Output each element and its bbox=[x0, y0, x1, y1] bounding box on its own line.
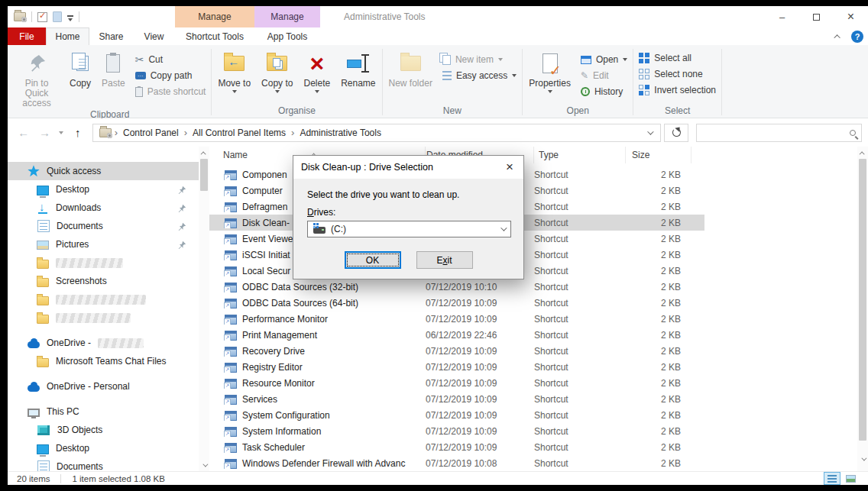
sidebar-item-microsoft-teams-chat-files[interactable]: Microsoft Teams Chat Files bbox=[8, 352, 199, 370]
tab-view[interactable]: View bbox=[133, 27, 175, 45]
details-view-button[interactable] bbox=[824, 472, 840, 485]
breadcrumb-control-panel[interactable]: Control Panel bbox=[118, 128, 184, 138]
search-input[interactable] bbox=[702, 128, 850, 138]
tab-share[interactable]: Share bbox=[89, 27, 133, 45]
sidebar-item-folder-redacted-3[interactable] bbox=[8, 308, 199, 327]
file-row[interactable]: ODBC Data Sources (64-bit)07/12/2019 10:… bbox=[209, 295, 704, 311]
back-icon[interactable]: ← bbox=[14, 126, 34, 139]
rename-button[interactable]: Rename bbox=[335, 47, 381, 89]
exit-button[interactable]: Exit bbox=[416, 251, 473, 269]
up-icon[interactable]: ↑ bbox=[68, 126, 88, 139]
file-row[interactable]: Performance Monitor07/12/2019 10:09Short… bbox=[209, 311, 704, 327]
shortcut-icon bbox=[225, 299, 237, 308]
customize-qat-button[interactable] bbox=[67, 13, 73, 21]
file-size: 2 KB bbox=[626, 378, 691, 389]
file-row[interactable]: Registry Editor07/12/2019 10:09Shortcut2… bbox=[209, 359, 704, 375]
file-row[interactable]: Recovery Drive07/12/2019 10:09Shortcut2 … bbox=[209, 343, 704, 359]
sidebar-item-downloads[interactable]: Downloads bbox=[8, 199, 199, 217]
search-box[interactable] bbox=[696, 124, 862, 142]
sidebar-item-desktop-quick[interactable]: Desktop bbox=[8, 180, 199, 199]
file-row[interactable]: ODBC Data Sources (32-bit)07/12/2019 10:… bbox=[209, 279, 704, 295]
delete-button[interactable]: × Delete bbox=[298, 47, 335, 93]
tab-shortcut-tools[interactable]: Shortcut Tools bbox=[175, 27, 254, 45]
sidebar-item-documents-quick[interactable]: Documents bbox=[8, 217, 199, 235]
sidebar-item-label: Documents bbox=[57, 221, 103, 231]
sidebar-scrollbar[interactable] bbox=[199, 147, 209, 471]
column-header-type[interactable]: Type bbox=[534, 147, 626, 163]
folder-icon bbox=[37, 358, 49, 367]
collapse-ribbon-icon[interactable] bbox=[834, 34, 840, 40]
file-row[interactable]: Windows Defender Firewall with Advanc07/… bbox=[209, 455, 704, 471]
copy-icon bbox=[76, 56, 89, 71]
manage-shortcut-tools-header: Manage bbox=[175, 6, 254, 27]
sidebar-item-onedrive-personal[interactable]: OneDrive - Personal bbox=[8, 377, 199, 396]
open-button[interactable]: Open bbox=[581, 53, 627, 66]
column-header-size[interactable]: Size bbox=[626, 147, 691, 163]
sidebar-item-3d-objects[interactable]: 3D Objects bbox=[8, 421, 199, 439]
minimize-button[interactable]: – bbox=[765, 6, 799, 27]
forward-icon[interactable]: → bbox=[35, 126, 55, 139]
file-date-modified: 06/12/2019 22:46 bbox=[426, 330, 534, 341]
scroll-down-icon[interactable] bbox=[199, 459, 209, 471]
scrollbar-thumb[interactable] bbox=[859, 159, 866, 441]
pin-to-quick-access-button[interactable]: Pin to Quick access bbox=[9, 47, 64, 108]
sidebar-item-documents-pc[interactable]: Documents bbox=[8, 457, 199, 471]
scrollbar-thumb[interactable] bbox=[200, 159, 208, 191]
sidebar-item-this-pc[interactable]: This PC bbox=[8, 402, 199, 421]
shortcut-icon bbox=[225, 379, 237, 389]
download-icon bbox=[37, 202, 49, 214]
file-row[interactable]: Resource Monitor07/12/2019 10:09Shortcut… bbox=[209, 375, 704, 391]
large-icons-view-button[interactable] bbox=[842, 472, 859, 485]
address-box[interactable]: › Control Panel › All Control Panel Item… bbox=[92, 124, 662, 142]
properties-button[interactable]: ✓ Properties bbox=[523, 47, 576, 93]
file-row[interactable]: Print Management06/12/2019 22:46Shortcut… bbox=[209, 327, 704, 343]
easy-access-button[interactable]: Easy access bbox=[442, 69, 517, 82]
manage-label: Manage bbox=[198, 11, 231, 22]
history-button[interactable]: History bbox=[581, 85, 627, 99]
combo-chevron-down-icon[interactable] bbox=[500, 225, 507, 231]
sidebar-item-desktop-pc[interactable]: Desktop bbox=[8, 439, 199, 457]
file-row[interactable]: Task Scheduler07/12/2019 10:09Shortcut2 … bbox=[209, 439, 704, 455]
refresh-button[interactable] bbox=[664, 124, 688, 142]
select-none-button[interactable]: Select none bbox=[639, 67, 716, 81]
address-dropdown-icon[interactable] bbox=[640, 131, 659, 135]
copy-button[interactable]: Copy bbox=[64, 47, 96, 89]
sidebar-item-screenshots[interactable]: Screenshots bbox=[8, 272, 199, 290]
ribbon-tabs: File Home Share View Shortcut Tools App … bbox=[8, 27, 868, 45]
dialog-close-icon[interactable]: × bbox=[496, 156, 523, 179]
sidebar-item-pictures[interactable]: Pictures bbox=[8, 235, 199, 254]
file-row[interactable]: Services07/12/2019 10:09Shortcut2 KB bbox=[209, 391, 704, 407]
invert-selection-button[interactable]: Invert selection bbox=[639, 83, 716, 97]
tab-app-tools[interactable]: App Tools bbox=[254, 27, 320, 45]
list-scrollbar[interactable] bbox=[857, 147, 868, 471]
ok-button[interactable]: OK bbox=[345, 251, 401, 269]
tab-home[interactable]: Home bbox=[46, 27, 89, 45]
close-button[interactable]: × bbox=[834, 6, 868, 27]
recent-locations-icon[interactable] bbox=[56, 131, 66, 134]
copy-to-button[interactable]: Copy to bbox=[256, 47, 298, 93]
file-row[interactable]: System Information07/12/2019 10:09Shortc… bbox=[209, 423, 704, 439]
sidebar-item-folder-redacted-2[interactable] bbox=[8, 290, 199, 308]
scroll-down-icon[interactable] bbox=[857, 453, 868, 465]
scroll-up-icon[interactable] bbox=[857, 147, 868, 159]
scroll-up-icon[interactable] bbox=[199, 147, 209, 159]
copy-path-button[interactable]: …Copy path bbox=[135, 69, 206, 82]
breadcrumb-all-control-panel-items[interactable]: All Control Panel Items bbox=[187, 128, 291, 138]
maximize-button[interactable] bbox=[799, 6, 834, 27]
file-date-modified: 07/12/2019 10:09 bbox=[426, 410, 534, 421]
sidebar-item-quick-access[interactable]: Quick access bbox=[8, 162, 199, 180]
sidebar-item-folder-redacted-1[interactable] bbox=[8, 254, 199, 272]
move-to-button[interactable]: ← Move to bbox=[212, 47, 256, 93]
checkbox-icon[interactable] bbox=[37, 12, 47, 22]
cut-button[interactable]: ✂Cut bbox=[135, 53, 206, 66]
breadcrumb-administrative-tools[interactable]: Administrative Tools bbox=[294, 128, 387, 138]
select-all-button[interactable]: Select all bbox=[639, 51, 716, 65]
drive-select[interactable]: (C:) bbox=[307, 221, 511, 237]
tab-file[interactable]: File bbox=[8, 27, 46, 45]
ribbon: Pin to Quick access Copy Paste ✂Cut …Cop… bbox=[8, 45, 868, 118]
refresh-icon bbox=[672, 128, 681, 137]
file-row[interactable]: System Configuration07/12/2019 10:09Shor… bbox=[209, 407, 704, 423]
file-icon[interactable] bbox=[53, 11, 62, 22]
sidebar-item-onedrive-business[interactable]: OneDrive - bbox=[8, 334, 199, 352]
help-icon[interactable]: ? bbox=[851, 31, 863, 43]
